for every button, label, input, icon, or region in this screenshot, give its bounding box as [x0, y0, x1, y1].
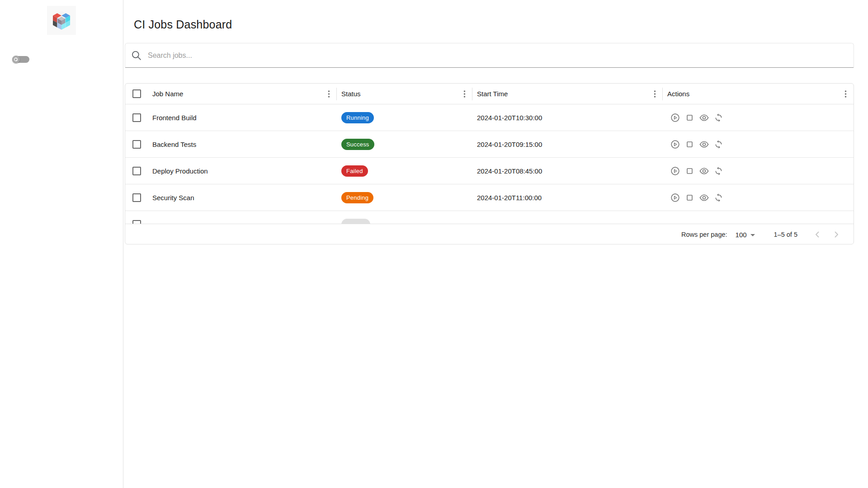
- table-rows-viewport: Frontend Build Running 2024-01-20T10:30:…: [125, 104, 854, 224]
- previous-page-button[interactable]: [811, 228, 824, 241]
- page-title: CI Jobs Dashboard: [134, 18, 232, 31]
- column-menu-icon[interactable]: [844, 89, 848, 99]
- column-label-start-time: Start Time: [477, 90, 508, 98]
- header-cell-start-time[interactable]: Start Time: [472, 84, 663, 104]
- status-badge: Running: [341, 112, 374, 123]
- rows-per-page-select[interactable]: 100: [736, 231, 755, 239]
- run-job-button[interactable]: [669, 165, 681, 177]
- start-time-cell: 2024-01-20T09:15:00: [472, 131, 663, 157]
- status-badge: Failed: [341, 165, 368, 177]
- run-job-button[interactable]: [669, 192, 681, 203]
- view-job-button[interactable]: [698, 192, 710, 203]
- job-name-cell: Backend Tests: [148, 131, 337, 157]
- job-name-cell: [148, 211, 337, 224]
- chevron-down-icon: [750, 234, 755, 236]
- sidebar: [0, 0, 123, 488]
- view-job-button[interactable]: [698, 138, 710, 150]
- status-badge: [341, 219, 370, 224]
- run-job-button[interactable]: [669, 138, 681, 150]
- status-badge: Success: [341, 139, 374, 150]
- column-menu-icon[interactable]: [327, 89, 331, 99]
- retry-job-button[interactable]: [712, 192, 724, 203]
- column-label-status: Status: [341, 90, 361, 98]
- start-time-cell: 2024-01-20T08:45:00: [472, 158, 663, 184]
- job-name-cell: Security Scan: [148, 184, 337, 211]
- table-header-row: Job Name Status Start Time: [125, 84, 854, 104]
- table-row[interactable]: Backend Tests Success 2024-01-20T09:15:0…: [125, 131, 854, 158]
- row-checkbox[interactable]: [132, 193, 141, 202]
- view-job-button[interactable]: [698, 165, 710, 177]
- rows-per-page-value: 100: [736, 231, 747, 239]
- header-cell-job-name[interactable]: Job Name: [148, 84, 337, 104]
- next-page-button[interactable]: [830, 228, 843, 241]
- header-cell-select: [125, 84, 148, 104]
- table-row[interactable]: Frontend Build Running 2024-01-20T10:30:…: [125, 104, 854, 131]
- table-row[interactable]: Deploy Production Failed 2024-01-20T08:4…: [125, 158, 854, 184]
- column-label-job-name: Job Name: [152, 90, 183, 98]
- sun-icon: [13, 56, 19, 62]
- start-time-cell: 2024-01-20T11:00:00: [472, 184, 663, 211]
- row-checkbox[interactable]: [132, 140, 141, 149]
- retry-job-button[interactable]: [712, 165, 724, 177]
- rows-per-page-label: Rows per page:: [681, 231, 727, 238]
- stop-job-button[interactable]: [684, 138, 695, 150]
- app-logo: [47, 6, 76, 35]
- column-label-actions: Actions: [667, 90, 689, 98]
- row-checkbox[interactable]: [132, 113, 141, 122]
- select-all-checkbox[interactable]: [132, 89, 141, 98]
- job-name-cell: Deploy Production: [148, 158, 337, 184]
- retry-job-button[interactable]: [712, 112, 724, 123]
- job-name-cell: Frontend Build: [148, 104, 337, 131]
- table-row[interactable]: Security Scan Pending 2024-01-20T11:00:0…: [125, 184, 854, 211]
- column-menu-icon[interactable]: [653, 89, 657, 99]
- row-checkbox[interactable]: [132, 167, 141, 175]
- theme-toggle[interactable]: [12, 56, 29, 63]
- status-badge: Pending: [341, 192, 373, 203]
- start-time-cell: [472, 211, 663, 224]
- stop-job-button[interactable]: [684, 165, 695, 177]
- view-job-button[interactable]: [698, 112, 710, 123]
- table-row[interactable]: [125, 211, 854, 224]
- header-cell-status[interactable]: Status: [337, 84, 472, 104]
- search-input[interactable]: [142, 43, 854, 67]
- stop-job-button[interactable]: [684, 112, 695, 123]
- jobs-table: Job Name Status Start Time: [125, 83, 854, 244]
- run-job-button[interactable]: [669, 112, 681, 123]
- stop-job-button[interactable]: [684, 192, 695, 203]
- row-checkbox[interactable]: [132, 220, 141, 224]
- search-bar: [125, 43, 854, 68]
- column-menu-icon[interactable]: [462, 89, 467, 99]
- retry-job-button[interactable]: [712, 138, 724, 150]
- main-content: CI Jobs Dashboard Job Name Status: [123, 0, 868, 488]
- start-time-cell: 2024-01-20T10:30:00: [472, 104, 663, 131]
- header-cell-actions[interactable]: Actions: [663, 84, 854, 104]
- search-icon: [131, 50, 142, 61]
- table-footer: Rows per page: 100 1–5 of 5: [125, 224, 854, 244]
- cube-logo-icon: [48, 7, 75, 33]
- theme-toggle-thumb: [12, 56, 20, 63]
- chevron-right-icon: [831, 229, 842, 240]
- chevron-left-icon: [812, 229, 823, 240]
- pagination-range: 1–5 of 5: [774, 231, 797, 238]
